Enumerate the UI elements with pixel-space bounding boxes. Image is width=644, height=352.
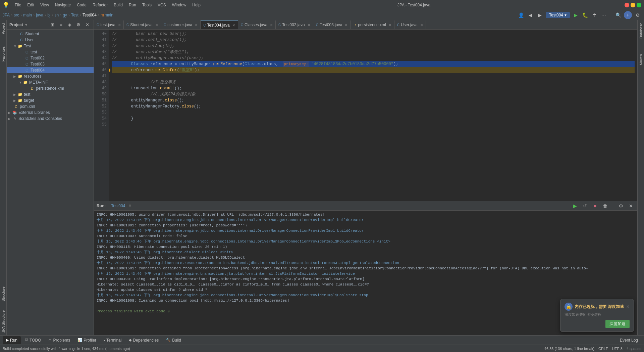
- profile-icon[interactable]: 👤: [518, 11, 525, 19]
- breadcrumb-java[interactable]: java: [36, 13, 43, 17]
- tree-item-test-src[interactable]: ▶ 📁 test: [7, 91, 94, 97]
- menu-refactor[interactable]: Refactor: [90, 2, 110, 8]
- tree-item-test002[interactable]: C Test002: [7, 55, 94, 61]
- tab-persistence-xml[interactable]: 🗋 persistence.xml ✕: [351, 20, 394, 29]
- tab-close-icon[interactable]: ✕: [118, 23, 121, 27]
- menu-tools[interactable]: Tools: [140, 2, 154, 8]
- menu-navigate[interactable]: Navigate: [52, 2, 73, 8]
- run-config-dropdown[interactable]: Test004 ▾: [546, 12, 570, 18]
- tab-close-icon[interactable]: ✕: [155, 23, 158, 27]
- console-filter-icon[interactable]: 🗑: [601, 202, 609, 210]
- tree-item-student[interactable]: C Student: [7, 31, 94, 37]
- tree-item-scratches[interactable]: ▶ ✎ Scratches and Consoles: [7, 116, 94, 122]
- settings-icon-toolbar[interactable]: ⚙: [634, 11, 641, 19]
- line-ending[interactable]: CRLF: [598, 347, 608, 351]
- sidebar-item-maven[interactable]: Maven: [638, 51, 644, 68]
- tab-test-java[interactable]: C test.java ✕: [94, 20, 124, 29]
- menu-view[interactable]: View: [38, 2, 52, 8]
- bottom-tab-profiler[interactable]: 📊 Profiler: [74, 336, 100, 344]
- bottom-tab-event-log[interactable]: Event Log: [616, 336, 641, 344]
- tree-item-test003[interactable]: C Test003: [7, 61, 94, 67]
- bottom-tab-build[interactable]: 🔨 Build: [163, 336, 184, 344]
- tree-item-target[interactable]: ▶ 📁 target: [7, 97, 94, 103]
- breadcrumb-gy[interactable]: gy: [63, 13, 67, 17]
- debug-button[interactable]: 🐛: [581, 11, 589, 19]
- sidebar-item-favorites[interactable]: Favorites: [0, 44, 6, 64]
- tab-close-icon[interactable]: ✕: [345, 23, 347, 27]
- tab-user-java[interactable]: C User.java ✕: [394, 20, 426, 29]
- code-content[interactable]: // User user=new User(); // user.setT_ve…: [109, 30, 637, 201]
- console-stop-icon[interactable]: ■: [591, 202, 599, 210]
- breadcrumb-test004[interactable]: Test004: [83, 13, 97, 17]
- bottom-tab-terminal[interactable]: ▪ Terminal: [100, 336, 125, 344]
- breadcrumb-bj[interactable]: bj: [47, 13, 50, 17]
- menu-run[interactable]: Run: [126, 2, 139, 8]
- tree-item-test004[interactable]: C Test004: [7, 67, 94, 73]
- bottom-tab-problems[interactable]: ⚠ Problems: [45, 336, 73, 344]
- tab-close-icon[interactable]: ✕: [232, 24, 235, 27]
- tab-customer-java[interactable]: C customer.java ✕: [161, 20, 201, 29]
- menu-build[interactable]: Build: [111, 2, 125, 8]
- tab-test004-java[interactable]: C Test004.java ✕: [201, 20, 238, 29]
- notification-close-button[interactable]: ✕: [626, 304, 630, 309]
- breadcrumb-main2[interactable]: m: [101, 13, 104, 17]
- code-editor[interactable]: 40 41 42 43 44 45 46 47 48 49 50 51 52 5…: [94, 30, 637, 201]
- more-button[interactable]: ⋯: [600, 11, 607, 19]
- deep-speed-button[interactable]: 深度加速: [605, 320, 630, 328]
- project-expand-icon[interactable]: ⊞: [49, 21, 56, 29]
- minimize-button[interactable]: −: [631, 3, 635, 7]
- tab-test002-java[interactable]: C Test002.java ✕: [276, 20, 313, 29]
- tab-close-icon[interactable]: ✕: [195, 23, 198, 27]
- tab-close-icon[interactable]: ✕: [420, 23, 423, 27]
- tree-item-meta-inf[interactable]: ▼ 📁 META-INF: [7, 79, 94, 85]
- sidebar-item-project[interactable]: Project: [0, 20, 6, 37]
- breadcrumb-src[interactable]: src: [14, 13, 19, 17]
- forward-icon[interactable]: ▶: [536, 11, 544, 19]
- sidebar-item-jpa-structure[interactable]: JPA Structure: [0, 308, 6, 335]
- bottom-tab-todo[interactable]: ☑ TODO: [21, 336, 44, 344]
- sidebar-item-database[interactable]: Database: [638, 20, 644, 41]
- project-dropdown-arrow[interactable]: ▾: [25, 23, 27, 27]
- tab-close-icon[interactable]: ✕: [308, 23, 310, 27]
- breadcrumb-main3[interactable]: main: [105, 13, 113, 17]
- tab-student-java[interactable]: C Student.java ✕: [124, 20, 161, 29]
- console-run-icon[interactable]: ▶: [571, 202, 579, 210]
- tree-item-resources[interactable]: ▶ 📁 resources: [7, 73, 94, 79]
- project-gear-icon[interactable]: ⚙: [75, 21, 82, 29]
- console-tab-close[interactable]: ✕: [128, 204, 131, 208]
- tab-test003-java[interactable]: C Test003.java ✕: [313, 20, 351, 29]
- breadcrumb-sh[interactable]: sh: [55, 13, 59, 17]
- tree-item-external-libs[interactable]: ▶ 📚 External Libraries: [7, 109, 94, 116]
- tab-close-icon[interactable]: ✕: [389, 23, 391, 27]
- breadcrumb-test[interactable]: Test: [71, 13, 78, 17]
- bottom-tab-dependencies[interactable]: ◆ Dependencies: [125, 336, 162, 344]
- search-icon[interactable]: 🔍: [614, 11, 622, 19]
- menu-help[interactable]: Help: [190, 2, 203, 8]
- menu-code[interactable]: Code: [74, 2, 89, 8]
- cursor-position[interactable]: 46:36 (136 chars, 1 line break): [544, 347, 594, 351]
- menu-file[interactable]: File: [12, 2, 24, 8]
- console-close-icon[interactable]: ✕: [627, 202, 635, 210]
- console-settings-icon[interactable]: ⚙: [617, 202, 625, 210]
- tree-item-pom[interactable]: 🗋 pom.xml: [7, 103, 94, 109]
- plus-action-icon[interactable]: +: [624, 11, 632, 19]
- sidebar-item-structure[interactable]: Structure: [0, 284, 6, 304]
- close-button[interactable]: ✕: [625, 3, 629, 7]
- console-rerun-icon[interactable]: ↺: [581, 202, 589, 210]
- project-close-icon[interactable]: ✕: [84, 21, 91, 29]
- file-encoding[interactable]: UTF-8: [612, 347, 623, 351]
- breadcrumb-main[interactable]: main: [23, 13, 32, 17]
- tree-item-persistence[interactable]: 🗋 persistence.xml: [7, 85, 94, 91]
- tree-item-test-folder[interactable]: ▼ 📁 Test: [7, 43, 94, 49]
- coverage-button[interactable]: ☂: [591, 11, 598, 19]
- run-button[interactable]: ▶: [572, 11, 579, 19]
- tab-classes-java[interactable]: C Classes.java ✕: [238, 20, 276, 29]
- project-collapse-icon[interactable]: ≡: [57, 21, 65, 29]
- back-icon[interactable]: ◀: [527, 11, 534, 19]
- menu-edit[interactable]: Edit: [24, 2, 37, 8]
- bottom-tab-run[interactable]: ▶ Run: [3, 336, 21, 344]
- menu-window[interactable]: Window: [169, 2, 189, 8]
- project-scope-icon[interactable]: ◈: [66, 21, 73, 29]
- tab-close-icon[interactable]: ✕: [270, 23, 273, 27]
- indent-info[interactable]: 4 spaces: [627, 347, 641, 351]
